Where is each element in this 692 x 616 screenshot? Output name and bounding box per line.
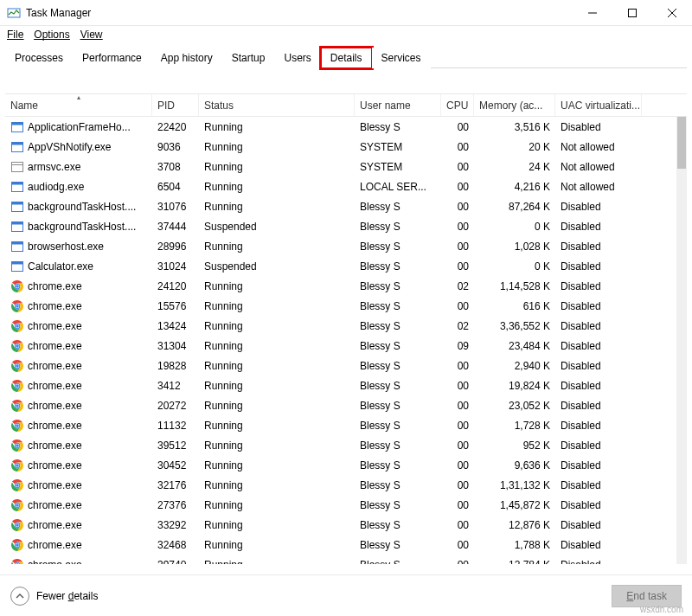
table-row[interactable]: chrome.exe20272RunningBlessy S0023,052 K…: [5, 395, 676, 415]
close-button[interactable]: [652, 0, 692, 26]
table-row[interactable]: chrome.exe3412RunningBlessy S0019,824 KD…: [5, 375, 676, 395]
process-name: AppVShNotify.exe: [28, 141, 112, 153]
process-cpu: 00: [441, 479, 474, 491]
process-memory: 0 K: [474, 260, 555, 273]
svg-point-64: [16, 484, 19, 487]
process-pid: 13424: [152, 320, 199, 332]
process-status: Running: [199, 201, 355, 213]
process-name: chrome.exe: [28, 300, 82, 312]
table-row[interactable]: Calculator.exe31024SuspendedBlessy S000 …: [5, 256, 676, 276]
table-row[interactable]: browserhost.exe28996RunningBlessy S001,0…: [5, 236, 676, 256]
col-pid[interactable]: PID: [152, 94, 199, 116]
table-row[interactable]: chrome.exe32176RunningBlessy S001,31,132…: [5, 475, 676, 495]
process-uac: Disabled: [555, 479, 642, 491]
process-cpu: 00: [441, 459, 474, 472]
process-status: Running: [199, 499, 355, 511]
table-row[interactable]: chrome.exe27376RunningBlessy S001,45,872…: [5, 495, 676, 515]
menu-options[interactable]: Options: [34, 29, 69, 41]
maximize-button[interactable]: [612, 0, 652, 26]
process-user: Blessy S: [355, 459, 441, 472]
process-pid: 9036: [152, 141, 199, 153]
col-name[interactable]: ▴ Name: [5, 94, 152, 116]
menu-bar: File Options View: [0, 26, 692, 43]
table-row[interactable]: AppVShNotify.exe9036RunningSYSTEM0020 KN…: [5, 137, 676, 157]
table-row[interactable]: chrome.exe19828RunningBlessy S002,940 KD…: [5, 356, 676, 375]
window-title: Task Manager: [26, 7, 91, 19]
process-cpu: 00: [441, 420, 474, 432]
svg-rect-6: [12, 122, 23, 125]
table-row[interactable]: ApplicationFrameHo...22420RunningBlessy …: [5, 117, 676, 137]
svg-rect-14: [12, 202, 23, 204]
process-user: Blessy S: [355, 539, 441, 551]
process-status: Running: [199, 479, 355, 491]
menu-file[interactable]: File: [7, 29, 23, 41]
process-cpu: 00: [441, 181, 474, 193]
col-uac[interactable]: UAC virtualizati...: [555, 94, 642, 116]
minimize-button[interactable]: [573, 0, 612, 26]
table-row[interactable]: chrome.exe13424RunningBlessy S023,36,552…: [5, 316, 676, 336]
table-row[interactable]: chrome.exe24120RunningBlessy S021,14,528…: [5, 276, 676, 296]
process-name: backgroundTaskHost....: [28, 201, 136, 213]
process-uac: Disabled: [555, 241, 642, 253]
process-cpu: 02: [441, 320, 474, 332]
process-cpu: 00: [441, 241, 474, 253]
process-uac: Disabled: [555, 340, 642, 352]
tab-services[interactable]: Services: [372, 48, 431, 68]
tab-performance[interactable]: Performance: [73, 48, 151, 68]
table-row[interactable]: audiodg.exe6504RunningLOCAL SER...004,21…: [5, 176, 676, 196]
tab-startup[interactable]: Startup: [222, 48, 275, 68]
svg-point-48: [16, 404, 19, 407]
process-memory: 1,788 K: [474, 539, 555, 551]
svg-rect-0: [8, 9, 20, 17]
table-row[interactable]: chrome.exe30452RunningBlessy S009,636 KD…: [5, 455, 676, 475]
svg-point-60: [16, 464, 19, 467]
process-name: chrome.exe: [28, 360, 82, 372]
tab-details[interactable]: Details: [321, 48, 372, 68]
table-row[interactable]: chrome.exe32468RunningBlessy S001,788 KD…: [5, 535, 676, 555]
col-user[interactable]: User name: [355, 94, 441, 116]
process-pid: 37444: [152, 221, 199, 233]
table-row[interactable]: armsvc.exe3708RunningSYSTEM0024 KNot all…: [5, 157, 676, 176]
process-status: Suspended: [199, 260, 355, 273]
col-mem[interactable]: Memory (ac...: [474, 94, 555, 116]
svg-rect-16: [12, 221, 23, 224]
process-icon: [10, 260, 24, 273]
process-status: Running: [199, 539, 355, 551]
col-status[interactable]: Status: [199, 94, 355, 116]
tab-users[interactable]: Users: [274, 48, 320, 68]
process-user: Blessy S: [355, 280, 441, 292]
tab-app-history[interactable]: App history: [151, 48, 222, 68]
menu-view[interactable]: View: [80, 29, 103, 41]
process-pid: 32468: [152, 539, 199, 551]
table-row[interactable]: chrome.exe11132RunningBlessy S001,728 KD…: [5, 415, 676, 435]
table-row[interactable]: chrome.exe33292RunningBlessy S0012,876 K…: [5, 515, 676, 535]
scroll-thumb[interactable]: [677, 117, 686, 169]
process-status: Running: [199, 280, 355, 292]
table-row[interactable]: chrome.exe31304RunningBlessy S0923,484 K…: [5, 336, 676, 356]
process-icon: [10, 518, 24, 532]
table-row[interactable]: chrome.exe39740RunningBlessy S0012,784 K…: [5, 555, 676, 564]
process-name: chrome.exe: [28, 420, 82, 432]
end-task-button[interactable]: End task: [612, 585, 682, 607]
table-row[interactable]: backgroundTaskHost....31076RunningBlessy…: [5, 196, 676, 216]
process-cpu: 00: [441, 201, 474, 213]
sort-asc-icon: ▴: [77, 94, 80, 101]
process-user: Blessy S: [355, 320, 441, 332]
process-pid: 11132: [152, 420, 199, 432]
tab-processes[interactable]: Processes: [5, 48, 73, 68]
fewer-details-button[interactable]: Fewer details: [10, 587, 98, 606]
col-cpu[interactable]: CPU: [441, 94, 474, 116]
svg-rect-18: [12, 241, 23, 244]
table-row[interactable]: backgroundTaskHost....37444SuspendedBles…: [5, 216, 676, 236]
process-icon: [10, 419, 24, 433]
process-memory: 12,876 K: [474, 519, 555, 531]
vertical-scrollbar[interactable]: [676, 117, 687, 564]
process-cpu: 00: [441, 559, 474, 565]
process-pid: 19828: [152, 360, 199, 372]
process-name: chrome.exe: [28, 400, 82, 412]
process-name: chrome.exe: [28, 280, 82, 292]
table-row[interactable]: chrome.exe15576RunningBlessy S00616 KDis…: [5, 296, 676, 316]
table-row[interactable]: chrome.exe39512RunningBlessy S00952 KDis…: [5, 435, 676, 455]
svg-point-56: [16, 444, 19, 447]
process-pid: 15576: [152, 300, 199, 312]
